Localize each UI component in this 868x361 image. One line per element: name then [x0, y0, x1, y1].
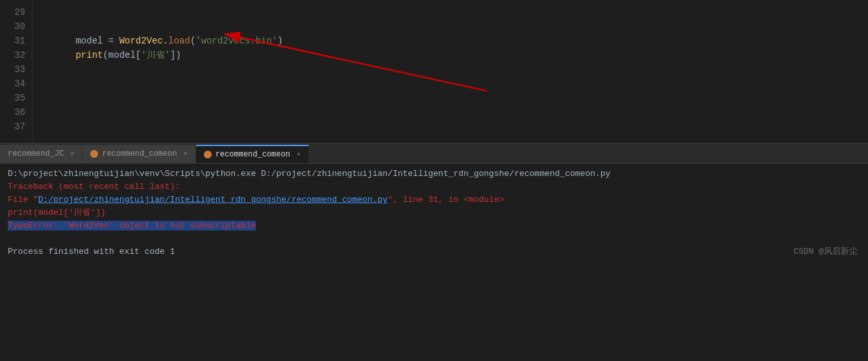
tab-close-icon[interactable]: ×: [184, 151, 188, 158]
code-editor: 29 30 31 32 33 34 35 36 37 model = Word2…: [0, 0, 868, 143]
tab-recommend-comeon-2[interactable]: recommend_comeon ×: [196, 145, 309, 163]
tab-bar: recommend_JC × recommend_comeon × recomm…: [0, 143, 868, 164]
tab-close-icon[interactable]: ×: [70, 151, 74, 158]
tab-recommend-comeon-1[interactable]: recommend_comeon ×: [82, 145, 195, 163]
watermark: CSDN @风启新尘: [793, 245, 858, 257]
code-line-30: model = Word2Vec.load('word2vecs.bin'): [43, 19, 868, 34]
tab-close-icon[interactable]: ×: [297, 151, 301, 158]
line-num: 34: [4, 77, 25, 91]
terminal-panel: D:\project\zhinengtuijian\venv\Scripts\p…: [0, 164, 868, 262]
code-line-29: [43, 5, 868, 19]
line-num: 29: [4, 5, 25, 19]
tab-label: recommend_JC: [8, 149, 64, 158]
line-num: 35: [4, 91, 25, 105]
tab-label: recommend_comeon: [102, 149, 177, 158]
code-line-37: [43, 119, 868, 134]
line-num: 33: [4, 62, 25, 77]
tab-label: recommend_comeon: [216, 150, 290, 159]
code-line-36: [43, 105, 868, 119]
terminal-output: D:\project\zhinengtuijian\venv\Scripts\p…: [0, 164, 868, 262]
python-file-icon: [90, 150, 98, 158]
line-num: 32: [4, 48, 25, 62]
terminal-traceback-label: Traceback (most recent call last):: [8, 180, 860, 193]
terminal-cmd: D:\project\zhinengtuijian\venv\Scripts\p…: [8, 168, 860, 180]
terminal-blank: [8, 232, 860, 245]
terminal-exit-line: Process finished with exit code 1: [8, 245, 860, 258]
code-lines: model = Word2Vec.load('word2vecs.bin') p…: [32, 0, 868, 143]
python-file-icon: [204, 151, 212, 158]
line-num: 31: [4, 34, 25, 48]
line-num: 36: [4, 105, 25, 119]
code-line-34: [43, 77, 868, 91]
code-line-35: [43, 91, 868, 105]
line-numbers: 29 30 31 32 33 34 35 36 37: [0, 0, 32, 143]
code-line-33: [43, 62, 868, 77]
line-num: 30: [4, 19, 25, 34]
terminal-file-line: File "D:/project/zhinengtuijian/Intellig…: [8, 193, 860, 206]
terminal-code-line: print(model['川省']): [8, 206, 860, 219]
terminal-error-line: TypeError: 'Word2Vec' object is not subs…: [8, 219, 860, 232]
line-num: 37: [4, 119, 25, 134]
tab-recommend-jc[interactable]: recommend_JC ×: [0, 145, 82, 163]
